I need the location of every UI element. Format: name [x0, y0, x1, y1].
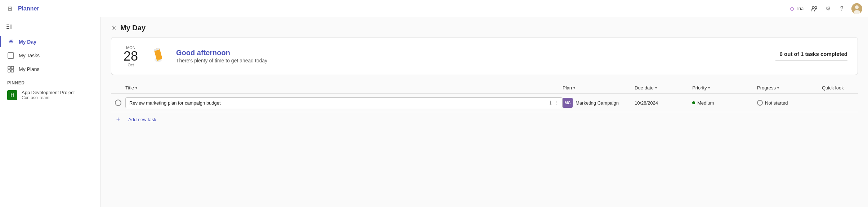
my-tasks-icon: [7, 52, 14, 59]
trial-icon: ◇: [790, 5, 794, 12]
svg-rect-11: [11, 66, 14, 69]
pinned-section-title: Pinned: [0, 76, 100, 87]
main-content: ☀ My Day MON 28 Oct Good afte: [101, 17, 868, 207]
add-task-icon: +: [111, 116, 125, 123]
add-task-label: Add new task: [128, 117, 156, 122]
my-day-icon: ☀: [7, 38, 14, 45]
sidebar-label-my-day: My Day: [19, 39, 36, 45]
task-duedate-cell: 10/28/2024: [635, 100, 692, 106]
welcome-date-num: 28: [121, 50, 140, 63]
col-progress-label: Progress: [757, 85, 776, 91]
svg-rect-5: [6, 25, 9, 25]
people-icon[interactable]: [810, 5, 818, 13]
svg-rect-12: [8, 70, 10, 72]
app-title: Planner: [18, 5, 39, 12]
col-title-header[interactable]: Title ▾: [125, 85, 563, 91]
task-more-icon[interactable]: ⋮: [554, 100, 559, 106]
sidebar-nav: ☀ My Day My Tasks My Plans: [0, 35, 100, 76]
welcome-greeting: Good afternoon: [176, 49, 770, 57]
welcome-emoji: [149, 45, 167, 67]
welcome-card: MON 28 Oct Good afternoon There's plenty…: [111, 37, 858, 75]
topbar-right: ◇ Trial ⚙ ?: [790, 3, 862, 14]
welcome-date: MON 28 Oct: [121, 45, 140, 67]
trial-label: Trial: [796, 6, 805, 11]
col-plan-label: Plan: [563, 85, 572, 91]
plan-sort-icon: ▾: [573, 86, 575, 90]
layout: ☀ My Day My Tasks My Plans Pinned H App …: [0, 0, 868, 207]
col-priority-label: Priority: [692, 85, 707, 91]
sidebar-item-my-tasks[interactable]: My Tasks: [0, 49, 100, 62]
task-checkbox-circle[interactable]: [115, 100, 121, 106]
task-priority-cell: Medium: [692, 100, 757, 106]
sidebar-label-my-plans: My Plans: [19, 66, 40, 72]
welcome-progress: 0 out of 1 tasks completed: [775, 51, 847, 61]
page-header: ☀ My Day: [101, 17, 868, 37]
task-table-header: Title ▾ Plan ▾ Due date ▾ Priority ▾ Pro…: [111, 82, 858, 94]
tasks-completed-text: 0 out of 1 tasks completed: [775, 51, 847, 57]
sidebar-toggle[interactable]: [0, 20, 100, 33]
task-title-text: Review marketing plan for campaign budge…: [129, 100, 221, 106]
col-priority-header[interactable]: Priority ▾: [692, 85, 757, 91]
svg-rect-7: [6, 28, 9, 29]
col-quicklook-header: Quick look: [822, 85, 858, 91]
col-plan-header[interactable]: Plan ▾: [563, 85, 635, 91]
task-title-box[interactable]: Review marketing plan for campaign budge…: [125, 97, 563, 108]
add-task-row[interactable]: + Add new task: [111, 112, 858, 127]
priority-value: Medium: [697, 100, 714, 106]
svg-rect-6: [6, 26, 9, 27]
welcome-text: Good afternoon There's plenty of time to…: [176, 49, 770, 63]
progress-value: Not started: [765, 100, 788, 106]
task-title-actions: ℹ ⋮: [550, 100, 559, 106]
priority-dot: [692, 101, 695, 104]
task-checkbox[interactable]: [111, 100, 125, 106]
col-duedate-label: Due date: [635, 85, 654, 91]
page-header-icon: ☀: [111, 24, 117, 32]
progress-bar-bg: [775, 60, 847, 61]
col-progress-header[interactable]: Progress ▾: [757, 85, 822, 91]
settings-icon[interactable]: ⚙: [824, 5, 832, 13]
topbar-left: ⊞ Planner: [6, 5, 39, 13]
svg-rect-9: [8, 53, 14, 58]
apps-icon[interactable]: ⊞: [6, 5, 14, 13]
plan-badge: MC: [563, 98, 573, 108]
table-row: Review marketing plan for campaign budge…: [111, 94, 858, 112]
page-title: My Day: [120, 24, 146, 32]
task-table: Title ▾ Plan ▾ Due date ▾ Priority ▾ Pro…: [111, 82, 858, 127]
title-sort-icon: ▾: [135, 86, 137, 90]
col-quicklook-label: Quick look: [822, 85, 844, 91]
task-plan-cell: MC Marketing Campaign: [563, 98, 635, 108]
pinned-item-text: App Development Project Contoso Team: [22, 90, 75, 100]
help-icon[interactable]: ?: [838, 5, 846, 13]
task-title-cell: Review marketing plan for campaign budge…: [125, 97, 563, 108]
svg-rect-13: [11, 70, 14, 72]
topbar: ⊞ Planner ◇ Trial ⚙ ?: [0, 0, 868, 17]
duedate-sort-icon: ▾: [655, 86, 657, 90]
pinned-item-name: App Development Project: [22, 90, 75, 95]
sidebar-item-my-plans[interactable]: My Plans: [0, 62, 100, 76]
trial-badge[interactable]: ◇ Trial: [790, 5, 805, 12]
pinned-item-team: Contoso Team: [22, 95, 75, 100]
pinned-item-app-dev[interactable]: H App Development Project Contoso Team: [0, 87, 100, 103]
sidebar-item-my-day[interactable]: ☀ My Day: [0, 35, 100, 49]
progress-sort-icon: ▾: [777, 86, 779, 90]
progress-circle: [757, 100, 763, 106]
avatar[interactable]: [851, 3, 862, 14]
svg-point-3: [855, 5, 859, 9]
svg-rect-10: [8, 66, 10, 69]
plan-name: Marketing Campaign: [576, 100, 619, 106]
col-title-label: Title: [125, 85, 134, 91]
task-progress-cell: Not started: [757, 100, 822, 106]
svg-point-1: [815, 6, 817, 9]
col-duedate-header[interactable]: Due date ▾: [635, 85, 692, 91]
priority-sort-icon: ▾: [708, 86, 710, 90]
task-info-icon[interactable]: ℹ: [550, 100, 551, 106]
sidebar-label-my-tasks: My Tasks: [19, 53, 40, 58]
welcome-sub: There's plenty of time to get ahead toda…: [176, 58, 770, 63]
pinned-item-icon: H: [7, 90, 17, 100]
svg-rect-8: [10, 25, 12, 29]
my-plans-icon: [7, 66, 14, 72]
svg-point-0: [812, 6, 814, 9]
sidebar: ☀ My Day My Tasks My Plans Pinned H App …: [0, 17, 101, 207]
